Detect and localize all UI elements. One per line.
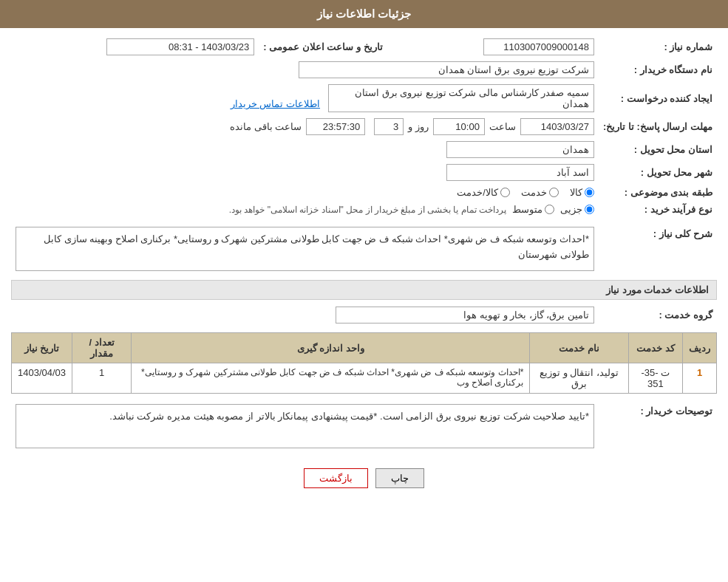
category-kala-radio[interactable] xyxy=(585,188,594,197)
process-row: جزیی متوسط پرداخت تمام یا بخشی از مبلغ خ… xyxy=(11,201,599,218)
deadline-time-box: 10:00 xyxy=(433,118,485,135)
deadline-remaining-box: 23:57:30 xyxy=(306,118,365,135)
page-wrapper: جزئیات اطلاعات نیاز شماره نیاز : 1103007… xyxy=(0,0,728,582)
process-jozi-option[interactable]: جزیی xyxy=(560,204,594,215)
deadline-day-label: روز و xyxy=(408,121,429,132)
col-quantity: تعداد / مقدار xyxy=(72,333,132,363)
category-kala-label: کالا xyxy=(570,187,582,198)
category-khedmat-radio[interactable] xyxy=(549,188,559,197)
page-header: جزئیات اطلاعات نیاز xyxy=(0,0,728,28)
city-box: اسد آباد xyxy=(446,164,594,181)
announce-date-box: 1403/03/23 - 08:31 xyxy=(106,38,254,55)
buyer-notes-label: توصیحات خریدار : xyxy=(599,401,717,451)
city-value: اسد آباد xyxy=(11,161,599,184)
process-motavaset-radio[interactable] xyxy=(545,205,554,214)
buyer-system-label: نام دستگاه خریدار : xyxy=(599,58,717,81)
cell-quantity: 1 xyxy=(72,363,132,394)
service-data-table: ردیف کد خدمت نام خدمت واحد اندازه گیری ت… xyxy=(11,332,717,394)
back-button[interactable]: بازگشت xyxy=(304,468,368,488)
deadline-time-label: ساعت xyxy=(489,121,516,132)
process-jozi-radio[interactable] xyxy=(585,205,594,214)
province-box: همدان xyxy=(446,141,594,158)
buyer-system-value: شرکت توزیع نیروی برق استان همدان xyxy=(11,58,599,81)
process-motavaset-label: متوسط xyxy=(512,204,542,215)
process-jozi-label: جزیی xyxy=(560,204,582,215)
cell-row-number: 1 xyxy=(683,363,717,394)
cell-service-name: تولید، انتقال و توزیع برق xyxy=(530,363,628,394)
deadline-row: 1403/03/27 ساعت 10:00 روز و 3 23:57:30 س… xyxy=(11,115,599,138)
col-service-code: کد خدمت xyxy=(628,333,682,363)
process-motavaset-option[interactable]: متوسط xyxy=(512,204,554,215)
deadline-days-box: 3 xyxy=(374,118,404,135)
table-row: 1 ت -35-351 تولید، انتقال و توزیع برق *ا… xyxy=(12,363,717,394)
category-khedmat-label: خدمت xyxy=(521,187,547,198)
bottom-buttons: چاپ بازگشت xyxy=(11,457,717,499)
category-kala-khedmat-radio[interactable] xyxy=(500,188,510,197)
city-label: شهر محل تحویل : xyxy=(599,161,717,184)
process-label: نوع فرآیند خرید : xyxy=(599,201,717,218)
cell-unit: *احداث وتوسعه شبکه ف ض شهری* احداث شبکه … xyxy=(131,363,529,394)
description-label: شرح کلی نیاز : xyxy=(599,224,717,274)
notes-box: *تایید صلاحیت شرکت توزیع نیروی برق الزام… xyxy=(16,404,594,448)
print-button[interactable]: چاپ xyxy=(375,468,424,488)
province-label: استان محل تحویل : xyxy=(599,138,717,161)
creator-link[interactable]: اطلاعات تماس خریدار xyxy=(231,98,320,109)
need-number-value: 1103007009000148 xyxy=(409,35,599,58)
col-unit: واحد اندازه گیری xyxy=(131,333,529,363)
deadline-label: مهلت ارسال پاسخ: تا تاریخ: xyxy=(599,115,717,138)
category-label: طبقه بندی موضوعی : xyxy=(599,184,717,201)
category-khedmat-option[interactable]: خدمت xyxy=(521,187,559,198)
service-group-label: گروه خدمت : xyxy=(599,304,717,326)
col-date: تاریخ نیاز xyxy=(12,333,72,363)
process-note: پرداخت تمام یا بخشی از مبلغ خریدار از مح… xyxy=(229,205,506,215)
cell-service-code: ت -35-351 xyxy=(628,363,682,394)
service-group-table: گروه خدمت : تامین برق، گاز، بخار و تهویه… xyxy=(11,304,717,326)
category-kala-khedmat-option[interactable]: کالا/خدمت xyxy=(457,187,510,198)
need-number-label: شماره نیاز : xyxy=(599,35,717,58)
main-content: شماره نیاز : 1103007009000148 تاریخ و سا… xyxy=(0,28,728,507)
category-kala-khedmat-label: کالا/خدمت xyxy=(457,187,498,198)
announce-date-value: 1403/03/23 - 08:31 xyxy=(11,35,259,58)
buyer-system-box: شرکت توزیع نیروی برق استان همدان xyxy=(299,61,594,78)
need-number-box: 1103007009000148 xyxy=(483,38,594,55)
category-kala-option[interactable]: کالا xyxy=(570,187,594,198)
province-value: همدان xyxy=(11,138,599,161)
col-service-name: نام خدمت xyxy=(530,333,628,363)
category-row: کالا خدمت کالا/خدمت xyxy=(11,184,599,201)
service-group-box: تامین برق، گاز، بخار و تهویه هوا xyxy=(336,307,594,323)
description-value: *احداث وتوسعه شبکه ف ض شهری* احداث شبکه … xyxy=(11,224,599,274)
buyer-notes-value: *تایید صلاحیت شرکت توزیع نیروی برق الزام… xyxy=(11,401,599,451)
notes-table: توصیحات خریدار : *تایید صلاحیت شرکت توزی… xyxy=(11,401,717,451)
cell-date: 1403/04/03 xyxy=(12,363,72,394)
deadline-date-box: 1403/03/27 xyxy=(520,118,594,135)
service-group-value: تامین برق، گاز، بخار و تهویه هوا xyxy=(11,304,599,326)
services-section-title: اطلاعات خدمات مورد نیاز xyxy=(11,280,717,300)
announce-date-label: تاریخ و ساعت اعلان عمومی : xyxy=(259,35,387,58)
creator-row: سمیه صفدر کارشناس مالی شرکت توزیع نیروی … xyxy=(11,81,599,115)
deadline-remaining-label: ساعت باقی مانده xyxy=(230,121,302,132)
creator-label: ایجاد کننده درخواست : xyxy=(599,81,717,115)
info-table: شماره نیاز : 1103007009000148 تاریخ و سا… xyxy=(11,35,717,218)
creator-box: سمیه صفدر کارشناس مالی شرکت توزیع نیروی … xyxy=(328,84,594,112)
description-box: *احداث وتوسعه شبکه ف ض شهری* احداث شبکه … xyxy=(16,227,594,271)
col-row-number: ردیف xyxy=(683,333,717,363)
page-title: جزئیات اطلاعات نیاز xyxy=(317,7,411,20)
description-table: شرح کلی نیاز : *احداث وتوسعه شبکه ف ض شه… xyxy=(11,224,717,274)
